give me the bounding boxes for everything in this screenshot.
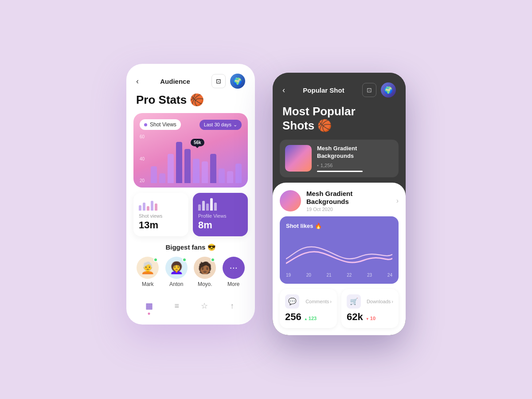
downloads-icon: 🛒	[347, 294, 361, 309]
chart-bar	[219, 168, 225, 183]
shot-info: Mesh Gradient Backgrounds • 1,256	[317, 145, 393, 172]
chart-bar	[184, 149, 191, 183]
fan-avatar-moyo[interactable]: 🧑🏾	[194, 257, 216, 279]
right-header: ‹ Popular Shot ⊡ 🌍	[273, 73, 406, 105]
chart-y-labels: 60 40 20	[140, 134, 145, 183]
profile-views-label: Profile Views	[198, 213, 243, 219]
phones-container: ‹ Audience ⊡ 🌍 Pro Stats 🏀 Shot Views La…	[126, 64, 406, 335]
nav-dot	[148, 313, 150, 315]
profile-views-card: Profile Views 8m	[193, 193, 248, 236]
chart-bar	[227, 171, 233, 184]
likes-title: Shot likes 🔥	[286, 223, 392, 229]
left-header: ‹ Audience ⊡ 🌍	[126, 64, 255, 93]
chart-bar	[151, 166, 157, 184]
x-label-24: 24	[387, 273, 392, 278]
online-dot-mark	[153, 258, 158, 262]
comments-card[interactable]: 💬 Comments › 256 123	[280, 289, 337, 328]
mini-bars-left	[139, 198, 183, 211]
x-label-22: 22	[347, 273, 352, 278]
phone-left: ‹ Audience ⊡ 🌍 Pro Stats 🏀 Shot Views La…	[126, 64, 255, 325]
x-label-20: 20	[306, 273, 311, 278]
shot-views-label-stat: Shot views	[139, 213, 183, 219]
pro-stats-title: Pro Stats 🏀	[126, 93, 255, 113]
nav-icon-menu[interactable]: ≡	[169, 298, 185, 314]
x-label-19: 19	[286, 273, 291, 278]
nav-icon-favorites[interactable]: ☆	[196, 298, 212, 314]
fan-name-more: More	[227, 281, 239, 287]
chart-bar	[235, 164, 242, 183]
shot-thumbnail	[285, 145, 312, 172]
dot-purple	[144, 123, 147, 126]
comments-value: 256 123	[285, 311, 332, 323]
chart-x-labels: 19 20 21 22 23 24	[286, 273, 392, 278]
fan-avatar-mark[interactable]: 🧑‍🦳	[137, 257, 159, 279]
avatar-right[interactable]: 🌍	[381, 82, 396, 98]
x-label-23: 23	[367, 273, 372, 278]
y-label-60: 60	[140, 134, 145, 139]
shot-circle-icon	[280, 190, 301, 211]
fan-avatar-more[interactable]: ···	[223, 257, 245, 279]
nav-icon-stats[interactable]: ▦	[141, 298, 157, 314]
tooltip-bubble: 56k	[191, 139, 204, 146]
downloads-trend: 10	[366, 316, 376, 321]
downloads-card[interactable]: 🛒 Downloads › 62k 10	[341, 289, 399, 328]
chart-bar	[210, 154, 216, 183]
back-button-right[interactable]: ‹	[282, 86, 285, 95]
shot-detail-title: Mesh Gradient Backgrounds	[306, 190, 391, 206]
shot-detail-info: Mesh Gradient Backgrounds 19 Oct 2020	[306, 190, 391, 212]
calendar-icon-right[interactable]: ⊡	[362, 83, 376, 97]
comments-trend: 123	[304, 316, 317, 321]
bottom-nav: ▦ ≡ ☆ ↑	[126, 291, 255, 316]
fan-more: ··· More	[223, 257, 245, 287]
y-label-40: 40	[140, 156, 145, 161]
comments-header: 💬 Comments ›	[285, 294, 332, 309]
fan-name-moyo: Moyo.	[198, 281, 212, 287]
downloads-header: 🛒 Downloads ›	[347, 294, 393, 309]
y-label-20: 20	[140, 178, 145, 183]
stats-row: Shot views 13m Profile Views 8m	[126, 188, 255, 242]
chart-selector: Shot Views Last 30 days ⌄	[140, 119, 242, 130]
comments-label: Comments ›	[305, 299, 332, 304]
likes-chart: Shot likes 🔥 19 20 21 22	[280, 216, 399, 284]
fan-name-anton: Anton	[169, 281, 183, 287]
fan-anton: 👩‍🦱 Anton	[165, 257, 188, 287]
comments-icon: 💬	[285, 294, 299, 309]
chart-bar	[193, 159, 199, 183]
chart-bar	[168, 154, 174, 183]
chart-bar	[159, 173, 165, 183]
days-selector[interactable]: Last 30 days ⌄	[200, 120, 242, 130]
most-popular-title: Most Popular Shots 🏀	[273, 105, 406, 139]
wave-chart	[286, 235, 392, 270]
fan-moyo: 🧑🏾 Moyo.	[194, 257, 216, 287]
avatar-left[interactable]: 🌍	[230, 74, 245, 89]
top-shot-card[interactable]: Mesh Gradient Backgrounds • 1,256	[280, 140, 399, 177]
chart-area: 60 40 20 56k	[140, 134, 242, 183]
top-shot-views: • 1,256	[317, 163, 393, 168]
mini-bars-right	[198, 198, 243, 211]
online-dot-anton	[182, 258, 187, 262]
shot-views-value: 13m	[139, 219, 183, 231]
chart-bar	[202, 161, 208, 184]
chevron-right-icon[interactable]: ›	[396, 197, 399, 205]
online-dot-moyo	[211, 258, 215, 262]
fans-row: 🧑‍🦳 Mark 👩‍🦱 Anton 🧑🏾 Moyo.	[126, 257, 255, 287]
fan-mark: 🧑‍🦳 Mark	[137, 257, 159, 287]
shot-progress-bar	[317, 171, 363, 172]
fans-title: Biggest fans 😎	[126, 242, 255, 257]
x-label-21: 21	[327, 273, 332, 278]
shot-views-card: Shot views 13m	[133, 193, 188, 236]
top-shot-title: Mesh Gradient Backgrounds	[317, 145, 393, 160]
right-header-title: Popular Shot	[303, 86, 344, 94]
left-header-title: Audience	[160, 78, 190, 85]
phone-right: ‹ Popular Shot ⊡ 🌍 Most Popular Shots 🏀 …	[273, 73, 406, 335]
back-button-left[interactable]: ‹	[136, 77, 139, 86]
fan-name-mark: Mark	[142, 281, 154, 287]
shot-detail-row: Mesh Gradient Backgrounds 19 Oct 2020 ›	[280, 190, 399, 212]
downloads-value: 62k 10	[347, 311, 393, 323]
fan-avatar-anton[interactable]: 👩‍🦱	[165, 257, 188, 279]
calendar-icon[interactable]: ⊡	[211, 74, 226, 88]
right-header-icons: ⊡ 🌍	[362, 82, 396, 98]
nav-icon-share[interactable]: ↑	[224, 298, 240, 314]
chart-bar	[176, 142, 182, 184]
shot-views-label: Shot Views	[140, 119, 181, 130]
